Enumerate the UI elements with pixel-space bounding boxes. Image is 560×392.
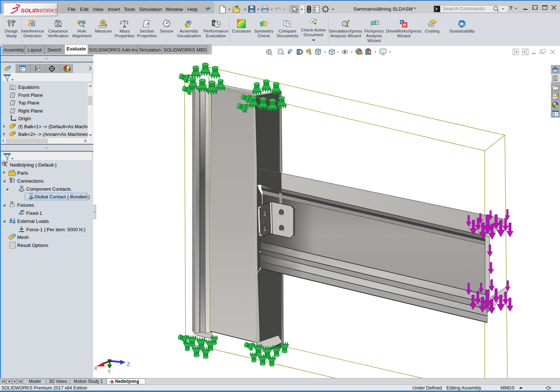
- svg-text:SOLID: SOLID: [21, 7, 38, 14]
- svg-text:Z: Z: [127, 361, 130, 367]
- svg-text:W: W: [403, 23, 407, 27]
- svg-text:A: A: [308, 51, 312, 56]
- svg-text:Σ: Σ: [12, 86, 14, 90]
- svg-text:WORKS: WORKS: [37, 7, 57, 14]
- svg-text:?: ?: [287, 22, 290, 26]
- svg-text:X: X: [94, 365, 98, 371]
- svg-text:Y: Y: [107, 368, 111, 374]
